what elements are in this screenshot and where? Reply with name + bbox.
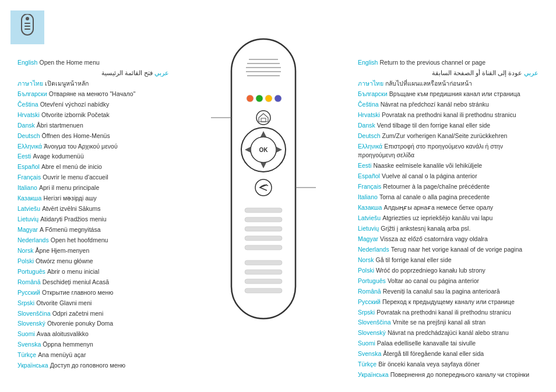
lang-item: Русский Переход к предыдущему каналу или…: [358, 298, 539, 307]
svg-point-1: [26, 17, 29, 20]
lang-label: Deutsch: [358, 132, 381, 139]
lang-text: Ouvrir le menu d'accueil: [43, 174, 108, 181]
lang-item: Latviešu Atgriezties uz iepriekšējo kanā…: [358, 214, 539, 223]
lang-label: Suomi: [17, 330, 35, 337]
svg-rect-28: [245, 227, 282, 231]
lang-label: Ελληνικά: [358, 143, 382, 150]
lang-label: Lietuvių: [358, 225, 379, 232]
lang-label: Казакша: [358, 204, 382, 211]
lang-label-arabic: عربي: [154, 69, 169, 76]
lang-label: Ελληνικά: [17, 143, 42, 150]
lang-item: Polski Wróć do poprzedniego kanału lub s…: [358, 266, 539, 276]
lang-label: ภาษาไทย: [17, 80, 43, 87]
lang-text: Retourner à la page/chaîne précédente: [383, 183, 490, 190]
lang-text: Vrnite se na prejšnji kanal ali stran: [393, 319, 486, 326]
lang-text: Vend tilbage til den forrige kanal eller…: [377, 122, 490, 129]
lang-text: Návrat na předchozí kanál nebo stránku: [381, 101, 489, 108]
lang-text: Torna al canale o alla pagina precedente: [379, 193, 490, 200]
page-container: English Open the Home menuعربي فتح القائ…: [0, 0, 556, 392]
lang-item: Latviešu Atvērt izvēlni Sākums: [17, 204, 169, 214]
lang-text: Open the Home menu: [40, 59, 100, 66]
lang-item: Български Връщане към предишния канал ил…: [358, 90, 539, 99]
lang-item: Nederlands Terug naar het vorige kanaal …: [358, 245, 539, 255]
svg-point-13: [265, 95, 272, 102]
lang-text: Návrat na predchádzajúci kanál alebo str…: [388, 329, 509, 336]
lang-label: Español: [17, 163, 40, 170]
lang-item: Magyar Vissza az előző csatornára vagy o…: [358, 235, 539, 244]
lang-text: Return to the previous channel or page: [380, 59, 486, 66]
lang-item: Dansk Åbri startmenuen: [17, 121, 169, 130]
lang-label: Polski: [17, 257, 34, 264]
remote-small-icon: [19, 14, 36, 41]
lang-label: Español: [358, 172, 380, 179]
lang-item: Hrvatski Povratak na prethodni kanal ili…: [358, 111, 539, 120]
lang-label: Dansk: [358, 122, 375, 129]
lang-label: Srpski: [358, 309, 375, 316]
lang-label: Hrvatski: [17, 111, 40, 118]
lang-item: Dansk Vend tilbage til den forrige kanal…: [358, 121, 539, 130]
lang-text: Otwórz menu główne: [36, 257, 93, 264]
svg-rect-34: [245, 288, 282, 293]
lang-item: Srpski Povratak na prethodni kanal ili p…: [358, 308, 539, 317]
lang-label: Français: [17, 174, 41, 181]
lang-item: Svenska Öppna hemmenyn: [17, 340, 169, 349]
lang-label: Slovenščina: [358, 319, 391, 326]
lang-label: Português: [358, 277, 386, 284]
lang-text: Негізгі мәзірді ашу: [43, 195, 96, 202]
lang-label: Lietuvių: [17, 216, 38, 223]
lang-text: Avage kodumenüü: [33, 153, 83, 160]
lang-text: Apri il menu principale: [39, 184, 99, 191]
lang-label: Norsk: [17, 247, 33, 254]
lang-label: Français: [358, 183, 381, 190]
lang-text: Повернення до попереднього каналу чи сто…: [390, 371, 529, 378]
lang-label: Português: [17, 268, 45, 275]
lang-text: Odpri začetni meni: [52, 310, 104, 317]
lang-item: Українська Доступ до головного меню: [17, 361, 169, 370]
svg-marker-20: [261, 131, 266, 137]
lang-item: Slovenský Návrat na predchádzajúci kanál…: [358, 329, 539, 338]
lang-text: Алдыңғы арнаға немесе бетке оралу: [383, 204, 493, 211]
remote-icon-box: [10, 10, 44, 44]
svg-rect-27: [245, 217, 282, 222]
lang-label: Русский: [17, 289, 40, 296]
lang-label: Italiano: [358, 193, 378, 200]
lang-item: Казакша Алдыңғы арнаға немесе бетке орал…: [358, 203, 539, 213]
lang-text: เปิดเมนูหน้าหลัก: [45, 80, 89, 87]
lang-label: Svenska: [17, 341, 41, 348]
lang-text: Åbri startmenuen: [37, 122, 83, 129]
lang-label: Čeština: [17, 101, 38, 108]
svg-rect-31: [245, 260, 282, 265]
lang-label: Slovenščina: [17, 310, 51, 317]
svg-rect-32: [245, 270, 282, 274]
lang-label: Polski: [358, 267, 374, 274]
lang-text: Åpne Hjem-menyen: [35, 247, 89, 254]
lang-text: Връщане към предишния канал или страница: [389, 90, 520, 97]
lang-label-arabic: عربي: [524, 69, 539, 76]
lang-text-arabic: فتح القائمة الرئيسية: [101, 69, 153, 76]
lang-label: Română: [17, 278, 41, 285]
lang-text: Open het hoofdmenu: [51, 236, 108, 243]
lang-label: Казакша: [17, 195, 41, 202]
lang-text: Vissza az előző csatornára vagy oldalra: [380, 235, 488, 242]
lang-item: English Open the Home menu: [17, 58, 169, 68]
lang-label: Latviešu: [17, 205, 40, 212]
lang-label: Türkçe: [17, 351, 36, 358]
lang-item: Hrvatski Otvorite izbornik Početak: [17, 111, 169, 120]
lang-item: عربي فتح القائمة الرئيسية: [17, 69, 169, 78]
lang-item: Ελληνικά Άνοιγμα του Αρχικού μενού: [17, 142, 169, 151]
lang-item: Български Отваряне на менюто "Начало": [17, 90, 169, 99]
lang-item: Українська Повернення до попереднього ка…: [358, 370, 539, 380]
lang-label: Hrvatski: [358, 111, 380, 118]
lang-label: English: [358, 59, 378, 66]
lang-label: Magyar: [17, 226, 38, 233]
lang-item: Magyar A Főmenü megnyitása: [17, 225, 169, 235]
lang-item: Türkçe Bir önceki kanala veya sayfaya dö…: [358, 360, 539, 369]
svg-rect-5: [231, 39, 295, 319]
lang-label: English: [17, 59, 37, 66]
lang-text: Återgå till föregående kanal eller sida: [383, 350, 484, 357]
lang-text: Otevření výchozí nabídky: [40, 101, 109, 108]
lang-label: Deutsch: [17, 132, 40, 139]
lang-label: Italiano: [17, 184, 37, 191]
lang-text: Отваряне на менюто "Начало": [49, 90, 136, 97]
right-panel: English Return to the previous channel o…: [358, 12, 539, 380]
